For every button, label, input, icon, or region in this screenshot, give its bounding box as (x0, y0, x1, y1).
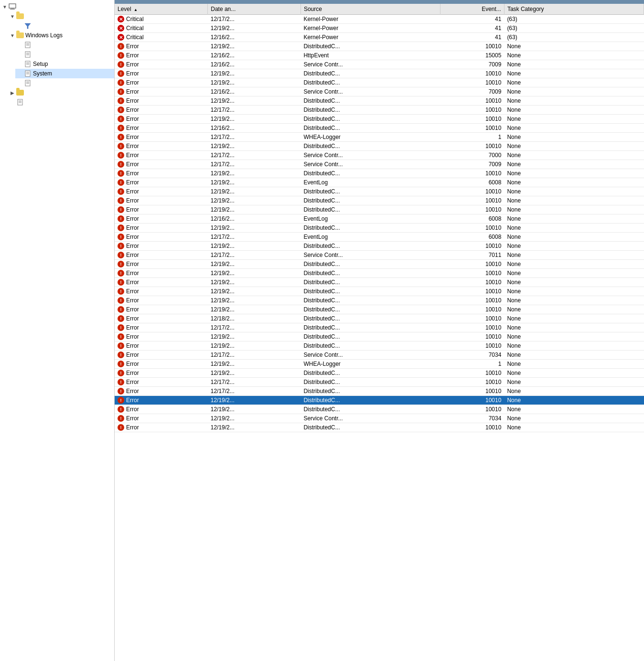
table-row[interactable]: ✕Critical12/17/2...Kernel-Power41(63) (115, 15, 644, 24)
sidebar-root[interactable]: ▼ (0, 2, 114, 11)
cell-source: DistributedC... (301, 387, 440, 396)
table-row[interactable]: !Error12/19/2...DistributedC...10010None (115, 78, 644, 87)
cell-source: Service Contr... (301, 251, 440, 260)
table-row[interactable]: !Error12/19/2...DistributedC...10010None (115, 69, 644, 78)
table-row[interactable]: !Error12/16/2...EventLog6008None (115, 214, 644, 224)
svg-marker-3 (25, 23, 31, 29)
cell-date: 12/19/2... (208, 341, 301, 351)
cell-level: !Error (115, 224, 208, 233)
col-header-source[interactable]: Source (301, 4, 440, 15)
table-row[interactable]: !Error12/19/2...DistributedC...10010None (115, 278, 644, 287)
cell-task: (63) (504, 33, 644, 42)
sidebar-item-forwarded-events[interactable]: ▶ (15, 78, 114, 88)
cell-date: 12/16/2... (208, 33, 301, 42)
table-row[interactable]: !Error12/19/2...DistributedC...10010None (115, 305, 644, 314)
cell-date: 12/17/2... (208, 160, 301, 169)
svg-rect-2 (10, 9, 15, 10)
level-text: Error (126, 143, 139, 149)
table-row[interactable]: !Error12/19/2...DistributedC...10010None (115, 115, 644, 124)
table-row[interactable]: !Error12/19/2...DistributedC...10010None (115, 369, 644, 378)
table-row[interactable]: !Error12/19/2...DistributedC...10010None (115, 332, 644, 341)
error-icon: ! (118, 424, 124, 431)
cell-level: !Error (115, 196, 208, 205)
table-row[interactable]: !Error12/17/2...DistributedC...10010None (115, 323, 644, 332)
col-header-task[interactable]: Task Category (504, 4, 644, 15)
table-row[interactable]: !Error12/19/2...DistributedC...10010None (115, 423, 644, 432)
cell-level: !Error (115, 369, 208, 378)
error-icon: ! (118, 288, 124, 295)
sidebar-item-application[interactable]: ▶ (15, 40, 114, 50)
table-row[interactable]: !Error12/19/2...DistributedC...10010None (115, 269, 644, 278)
table-row[interactable]: !Error12/19/2...DistributedC...10010None (115, 405, 644, 414)
level-text: Error (126, 206, 139, 213)
table-row[interactable]: !Error12/17/2...DistributedC...10010None (115, 378, 644, 387)
error-icon: ! (118, 125, 124, 131)
table-row[interactable]: !Error12/19/2...DistributedC...10010None (115, 142, 644, 151)
cell-date: 12/16/2... (208, 51, 301, 60)
cell-task: None (504, 260, 644, 269)
table-row[interactable]: !Error12/19/2...DistributedC...10010None (115, 187, 644, 196)
cell-task: None (504, 124, 644, 133)
table-row[interactable]: !Error12/16/2...Service Contr...7009None (115, 60, 644, 69)
cell-event: 10010 (440, 115, 504, 124)
cell-source: Kernel-Power (301, 15, 440, 24)
table-row[interactable]: !Error12/19/2...DistributedC...10010None (115, 169, 644, 178)
cell-task: None (504, 178, 644, 187)
table-row[interactable]: !Error12/16/2...DistributedC...10010None (115, 124, 644, 133)
table-row[interactable]: !Error12/17/2...DistributedC...10010None (115, 387, 644, 396)
cell-task: None (504, 314, 644, 323)
table-row[interactable]: ✕Critical12/16/2...Kernel-Power41(63) (115, 33, 644, 42)
error-icon: ! (118, 188, 124, 195)
sidebar-item-setup[interactable]: ▶ Setup (15, 59, 114, 69)
events-table-container[interactable]: Level ▲ Date an... Source Event... Task … (115, 4, 644, 661)
level-text: Error (126, 152, 139, 159)
level-text: Error (126, 197, 139, 204)
sidebar-item-admin-events[interactable]: ▶ (15, 21, 114, 31)
table-row[interactable]: !Error12/17/2...Service Contr...7000None (115, 151, 644, 160)
table-row[interactable]: ✕Critical12/19/2...Kernel-Power41(63) (115, 24, 644, 33)
cell-source: Service Contr... (301, 351, 440, 360)
cell-task: None (504, 42, 644, 51)
table-row[interactable]: !Error12/19/2...DistributedC...10010None (115, 396, 644, 405)
cell-event: 41 (440, 33, 504, 42)
table-row[interactable]: !Error12/19/2...DistributedC...10010None (115, 296, 644, 305)
table-row[interactable]: !Error12/16/2...HttpEvent15005None (115, 51, 644, 60)
table-row[interactable]: !Error12/19/2...DistributedC...10010None (115, 42, 644, 51)
table-row[interactable]: !Error12/17/2...DistributedC...10010None (115, 106, 644, 115)
table-row[interactable]: !Error12/19/2...EventLog6008None (115, 178, 644, 187)
table-row[interactable]: !Error12/19/2...Service Contr...7034None (115, 414, 644, 423)
doc-icon-forwarded (24, 79, 32, 87)
table-row[interactable]: !Error12/16/2...Service Contr...7009None (115, 87, 644, 96)
cell-level: !Error (115, 405, 208, 414)
table-row[interactable]: !Error12/17/2...Service Contr...7009None (115, 160, 644, 169)
level-text: Critical (126, 34, 144, 41)
table-row[interactable]: !Error12/19/2...DistributedC...10010None (115, 205, 644, 214)
sidebar-item-app-services[interactable]: ▶ (8, 88, 114, 97)
table-row[interactable]: !Error12/19/2...DistributedC...10010None (115, 341, 644, 351)
table-row[interactable]: !Error12/17/2...Service Contr...7034None (115, 351, 644, 360)
col-header-date[interactable]: Date an... (208, 4, 301, 15)
table-row[interactable]: !Error12/19/2...DistributedC...10010None (115, 260, 644, 269)
table-row[interactable]: !Error12/18/2...DistributedC...10010None (115, 314, 644, 323)
cell-date: 12/19/2... (208, 269, 301, 278)
table-row[interactable]: !Error12/19/2...DistributedC...10010None (115, 224, 644, 233)
sidebar-item-windows-logs[interactable]: ▼ Windows Logs (8, 31, 114, 40)
error-icon: ! (118, 333, 124, 340)
col-header-event[interactable]: Event... (440, 4, 504, 15)
table-row[interactable]: !Error12/19/2...DistributedC...10010None (115, 242, 644, 251)
sidebar-item-custom-views[interactable]: ▼ (8, 11, 114, 21)
table-row[interactable]: !Error12/17/2...EventLog6008None (115, 233, 644, 242)
cell-level: !Error (115, 214, 208, 224)
table-row[interactable]: !Error12/17/2...Service Contr...7011None (115, 251, 644, 260)
error-icon: ! (118, 397, 124, 404)
table-row[interactable]: !Error12/17/2...WHEA-Logger1None (115, 133, 644, 142)
col-header-level[interactable]: Level ▲ (115, 4, 208, 15)
sidebar-item-subscriptions[interactable]: ▶ (8, 97, 114, 107)
table-row[interactable]: !Error12/19/2...DistributedC...10010None (115, 196, 644, 205)
sidebar-item-security[interactable]: ▶ (15, 50, 114, 59)
table-row[interactable]: !Error12/19/2...DistributedC...10010None (115, 96, 644, 106)
table-row[interactable]: !Error12/19/2...WHEA-Logger1None (115, 360, 644, 369)
sidebar-item-system[interactable]: ▶ System (15, 69, 114, 78)
doc-icon-subscriptions (16, 98, 24, 106)
table-row[interactable]: !Error12/19/2...DistributedC...10010None (115, 287, 644, 296)
